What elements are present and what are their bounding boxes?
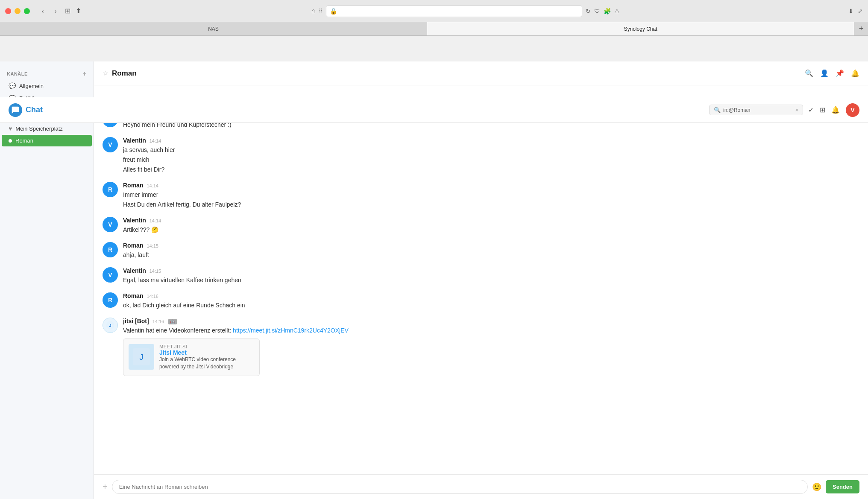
search-tag: in:@Roman <box>723 107 751 113</box>
reload-icon[interactable]: ↻ <box>586 8 591 15</box>
sender-valentin-4: Valentin <box>123 217 146 224</box>
star-icon[interactable]: ☆ <box>103 69 108 77</box>
titlebar: ‹ › ⊞ ⬆ ⌂ ⠿ 🔒 ↻ 🛡 🧩 ⚠ ⬇ ⤢ <box>0 0 868 22</box>
sidebar-label-roman: Roman <box>15 137 33 144</box>
avatar-valentin-6: V <box>103 267 118 283</box>
members-icon[interactable]: 👤 <box>820 69 829 77</box>
channels-add-button[interactable]: + <box>82 70 87 78</box>
link-preview-content: MEET.JIT.SI Jitsi Meet Join a WebRTC vid… <box>159 344 254 371</box>
search-chat-icon[interactable]: 🔍 <box>805 69 813 77</box>
avatar-roman-7: R <box>103 292 118 308</box>
fullscreen-icon[interactable]: ⤢ <box>858 8 863 15</box>
minimize-button[interactable] <box>15 8 21 14</box>
url-lock-icon: 🔒 <box>330 8 337 15</box>
sender-jitsi-8: jitsi [Bot] <box>123 318 149 324</box>
link-preview-thumbnail: J <box>129 344 154 370</box>
search-icon: 🔍 <box>714 107 721 113</box>
home-icon[interactable]: ⌂ <box>311 7 316 15</box>
notification-bell-icon[interactable]: 🔔 <box>831 106 840 114</box>
chat-header: ☆ Roman 🔍 👤 📌 🔔 <box>94 61 868 85</box>
message-group-2: V Valentin 14:14 ja servus, auch hier fr… <box>103 137 859 175</box>
message-header-7: Roman 14:16 <box>123 292 859 299</box>
search-clear-icon[interactable]: × <box>795 107 798 113</box>
back-button[interactable]: ‹ <box>37 6 49 16</box>
sender-valentin-6: Valentin <box>123 267 146 274</box>
message-group-5: R Roman 14:15 ahja, läuft <box>103 242 859 260</box>
tab-nas[interactable]: NAS <box>0 22 427 35</box>
avatar-valentin-2: V <box>103 137 118 152</box>
url-bar[interactable]: 🔒 <box>326 5 582 17</box>
message-group-3: R Roman 14:14 Immer immer Hast Du den Ar… <box>103 182 859 210</box>
sidebar-item-allgemein[interactable]: 💬 Allgemein <box>2 80 92 92</box>
message-content-4: Valentin 14:14 Artikel??? 🤔 <box>123 217 859 235</box>
message-text-7: ok, lad Dich gleich auf eine Runde Schac… <box>123 301 859 310</box>
sidebar-label-speicher: Mein Speicherplatz <box>15 125 63 132</box>
message-text-4: Artikel??? 🤔 <box>123 225 859 234</box>
avatar-valentin-4: V <box>103 217 118 232</box>
emoji-picker-button[interactable]: 🙂 <box>812 482 821 492</box>
share-icon[interactable]: ⬆ <box>76 7 81 15</box>
message-text-2c: Alles fit bei Dir? <box>123 165 859 174</box>
user-avatar-letter: V <box>850 107 854 114</box>
online-indicator-roman <box>9 139 12 143</box>
app-header: Chat 🔍 in:@Roman × ✓ ⊞ 🔔 V <box>0 97 868 123</box>
right-controls: ⬇ ⤢ <box>848 8 863 15</box>
link-preview-title[interactable]: Jitsi Meet <box>159 349 254 356</box>
message-header-8: jitsi [Bot] 14:16 🤖 <box>123 318 859 324</box>
toolbar-icons: ⊞ ⬆ <box>65 7 81 15</box>
forward-button[interactable]: › <box>50 6 62 16</box>
pinned-icon[interactable]: 📌 <box>836 69 844 77</box>
close-button[interactable] <box>5 8 11 14</box>
message-text-5: ahja, läuft <box>123 251 859 260</box>
app-logo: Chat <box>9 103 43 117</box>
sidebar-item-roman[interactable]: Roman <box>2 135 92 146</box>
link-preview-domain: MEET.JIT.SI <box>159 344 254 349</box>
search-box[interactable]: 🔍 in:@Roman × <box>709 105 803 115</box>
message-text-8: Valentin hat eine Videokonferenz erstell… <box>123 326 859 335</box>
tabbar: NAS Synology Chat + <box>0 22 868 36</box>
message-header-4: Valentin 14:14 <box>123 217 859 224</box>
maximize-button[interactable] <box>24 8 30 14</box>
message-content-2: Valentin 14:14 ja servus, auch hier freu… <box>123 137 859 175</box>
grid-view-icon[interactable]: ⊞ <box>820 106 825 114</box>
message-header-5: Roman 14:15 <box>123 242 859 249</box>
notification-chat-icon[interactable]: 🔔 <box>851 69 859 77</box>
message-text-2b: freut mich <box>123 155 859 164</box>
jitsi-link[interactable]: https://meet.jit.si/zHmnC19rk2Uc4Y2OXjEV <box>233 327 349 334</box>
message-group-8: J jitsi [Bot] 14:16 🤖 Valentin hat eine … <box>103 318 859 376</box>
tab-add-button[interactable]: + <box>854 22 868 35</box>
time-valentin-6: 14:15 <box>150 268 161 274</box>
header-actions: ✓ ⊞ 🔔 V <box>808 103 859 117</box>
traffic-lights <box>5 8 30 14</box>
message-text-3a: Immer immer <box>123 190 859 199</box>
time-roman-7: 14:16 <box>147 294 158 299</box>
app-wrapper: Chat 🔍 in:@Roman × ✓ ⊞ 🔔 V KANÄLE <box>0 61 868 499</box>
grid-icon[interactable]: ⠿ <box>319 8 323 14</box>
sidebar-item-speicher[interactable]: ♥ Mein Speicherplatz <box>2 123 92 134</box>
heart-icon-speicher: ♥ <box>9 125 12 132</box>
attach-button[interactable]: + <box>103 482 108 492</box>
message-text-6: Egal, lass ma virtuellen Kaffee trinken … <box>123 276 859 285</box>
message-content-7: Roman 14:16 ok, lad Dich gleich auf eine… <box>123 292 859 311</box>
message-input[interactable] <box>112 480 808 494</box>
extension-icon[interactable]: 🧩 <box>604 8 611 15</box>
sender-valentin-2: Valentin <box>123 137 146 144</box>
send-button[interactable]: Senden <box>826 480 859 493</box>
message-text-2a: ja servus, auch hier <box>123 146 859 155</box>
time-jitsi-8: 14:16 <box>152 319 164 324</box>
check-icon[interactable]: ✓ <box>808 106 814 114</box>
bot-badge: 🤖 <box>168 319 177 324</box>
message-group-4: V Valentin 14:14 Artikel??? 🤔 <box>103 217 859 235</box>
alert-icon[interactable]: ⚠ <box>614 8 620 15</box>
user-avatar[interactable]: V <box>846 103 859 117</box>
sender-roman-3: Roman <box>123 182 143 189</box>
tab-synology-chat[interactable]: Synology Chat <box>427 22 854 35</box>
info-shield-icon[interactable]: 🛡 <box>594 8 600 15</box>
sidebar-toggle-icon[interactable]: ⊞ <box>65 7 70 15</box>
message-header-6: Valentin 14:15 <box>123 267 859 274</box>
chat-main: ☆ Roman 🔍 👤 📌 🔔 Mai 6 · Neue Nachricht R <box>94 61 868 499</box>
message-content-5: Roman 14:15 ahja, läuft <box>123 242 859 260</box>
message-header-2: Valentin 14:14 <box>123 137 859 144</box>
message-group-6: V Valentin 14:15 Egal, lass ma virtuelle… <box>103 267 859 286</box>
download-icon[interactable]: ⬇ <box>848 8 853 15</box>
